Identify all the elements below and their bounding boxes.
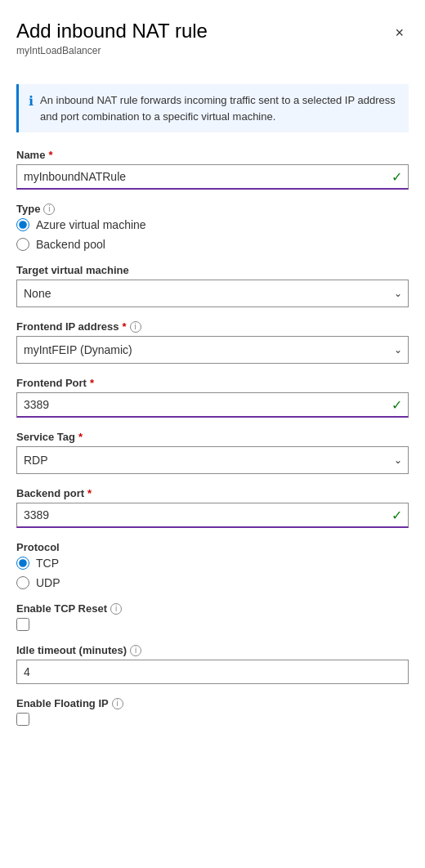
target-vm-label: Target virtual machine	[16, 264, 409, 276]
backend-port-check-icon: ✓	[391, 508, 402, 523]
protocol-radio-group: TCP UDP	[16, 557, 409, 589]
idle-timeout-input-wrapper	[16, 660, 409, 684]
frontend-port-required-marker: *	[90, 377, 94, 389]
frontend-ip-field-group: Frontend IP address * i myIntFEIP (Dynam…	[16, 320, 409, 364]
subtitle: myIntLoadBalancer	[16, 45, 409, 56]
protocol-field-group: Protocol TCP UDP	[16, 541, 409, 589]
info-text: An inbound NAT rule forwards incoming tr…	[40, 92, 399, 124]
frontend-port-check-icon: ✓	[391, 397, 402, 413]
floating-ip-field-group: Enable Floating IP i	[16, 697, 409, 726]
service-tag-label: Service Tag *	[16, 431, 409, 443]
service-tag-select[interactable]: RDP	[16, 446, 409, 474]
target-vm-select-wrapper: None ⌄	[16, 280, 409, 307]
header-row: Add inbound NAT rule ×	[16, 20, 409, 43]
protocol-tcp-label: TCP	[36, 557, 59, 570]
floating-ip-checkbox[interactable]	[16, 713, 29, 726]
frontend-ip-required-marker: *	[122, 320, 126, 333]
idle-timeout-field-group: Idle timeout (minutes) i	[16, 644, 409, 684]
tcp-reset-label: Enable TCP Reset i	[16, 602, 409, 615]
name-label: Name *	[16, 149, 409, 161]
type-backend-pool-radio[interactable]	[16, 238, 29, 251]
type-radio-group: Azure virtual machine Backend pool	[16, 218, 409, 251]
protocol-tcp-option[interactable]: TCP	[16, 557, 409, 570]
tcp-reset-info-icon: i	[110, 603, 122, 615]
protocol-udp-radio[interactable]	[16, 576, 29, 589]
frontend-ip-select-wrapper: myIntFEIP (Dynamic) ⌄	[16, 336, 409, 364]
name-field-group: Name * ✓	[16, 149, 409, 190]
info-icon: ℹ	[29, 93, 34, 109]
name-required-marker: *	[48, 149, 52, 161]
frontend-port-field-group: Frontend Port * ✓	[16, 377, 409, 418]
service-tag-field-group: Service Tag * RDP ⌄	[16, 431, 409, 474]
backend-port-required-marker: *	[87, 487, 92, 499]
name-input-wrapper: ✓	[16, 164, 409, 190]
floating-ip-info-icon: i	[112, 698, 123, 709]
info-banner: ℹ An inbound NAT rule forwards incoming …	[16, 84, 409, 132]
floating-ip-label: Enable Floating IP i	[16, 697, 409, 709]
floating-ip-checkbox-wrapper	[16, 713, 409, 726]
target-vm-select[interactable]: None	[16, 280, 409, 307]
close-button[interactable]: ×	[390, 23, 409, 43]
idle-timeout-input[interactable]	[16, 660, 409, 684]
type-backend-pool-option[interactable]: Backend pool	[16, 238, 409, 251]
service-tag-select-wrapper: RDP ⌄	[16, 446, 409, 474]
type-label: Type i	[16, 203, 409, 215]
idle-timeout-label: Idle timeout (minutes) i	[16, 644, 409, 656]
page-title: Add inbound NAT rule	[16, 20, 208, 43]
backend-port-input[interactable]	[16, 503, 409, 528]
protocol-udp-option[interactable]: UDP	[16, 576, 409, 589]
frontend-ip-select[interactable]: myIntFEIP (Dynamic)	[16, 336, 409, 364]
name-check-icon: ✓	[391, 169, 402, 185]
idle-timeout-info-icon: i	[130, 645, 141, 656]
backend-port-input-wrapper: ✓	[16, 503, 409, 528]
backend-port-label: Backend port *	[16, 487, 409, 499]
type-backend-pool-label: Backend pool	[36, 238, 105, 251]
frontend-ip-label: Frontend IP address * i	[16, 320, 409, 333]
tcp-reset-checkbox[interactable]	[16, 618, 29, 631]
frontend-port-input[interactable]	[16, 392, 409, 418]
type-azure-vm-radio[interactable]	[16, 218, 29, 231]
service-tag-required-marker: *	[78, 431, 83, 443]
name-input[interactable]	[16, 164, 409, 190]
type-field-group: Type i Azure virtual machine Backend poo…	[16, 203, 409, 251]
frontend-port-input-wrapper: ✓	[16, 392, 409, 418]
frontend-port-label: Frontend Port *	[16, 377, 409, 389]
frontend-ip-info-icon: i	[130, 321, 141, 333]
protocol-udp-label: UDP	[36, 576, 60, 589]
backend-port-field-group: Backend port * ✓	[16, 487, 409, 528]
protocol-tcp-radio[interactable]	[16, 557, 29, 570]
type-azure-vm-label: Azure virtual machine	[36, 218, 146, 231]
target-vm-field-group: Target virtual machine None ⌄	[16, 264, 409, 307]
type-azure-vm-option[interactable]: Azure virtual machine	[16, 218, 409, 231]
tcp-reset-field-group: Enable TCP Reset i	[16, 602, 409, 631]
type-info-icon: i	[43, 204, 55, 215]
protocol-label: Protocol	[16, 541, 409, 553]
tcp-reset-checkbox-wrapper	[16, 618, 409, 631]
